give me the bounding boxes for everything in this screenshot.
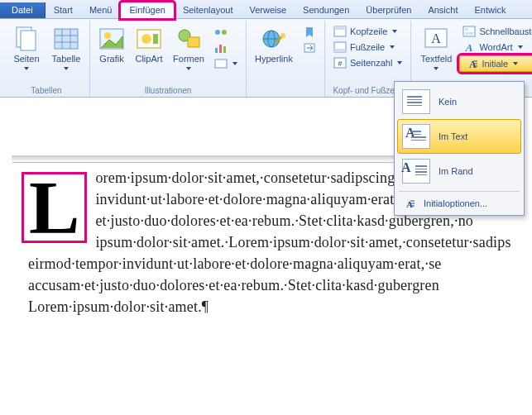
dropcap-option-inmargin[interactable]: A Im Rand <box>397 154 521 188</box>
dropcap-dropdown: Kein A Im Text A Im Rand A Initialoption… <box>394 81 525 216</box>
textfield-button[interactable]: A Textfeld <box>416 22 456 70</box>
svg-rect-17 <box>219 45 222 53</box>
dropcap-label: Initiale <box>482 59 508 69</box>
quickparts-button[interactable]: Schnellbausteine <box>459 24 532 39</box>
svg-rect-2 <box>55 29 78 49</box>
svg-point-10 <box>141 34 151 44</box>
wordart-button[interactable]: A WordArt <box>459 40 532 55</box>
dropcap-option-none[interactable]: Kein <box>397 84 521 119</box>
svg-text:A: A <box>465 41 473 53</box>
svg-rect-33 <box>463 26 475 36</box>
dropcap-options[interactable]: A Initialoptionen... <box>397 194 521 212</box>
pages-icon <box>13 26 40 52</box>
clipart-button[interactable]: ClipArt <box>132 22 166 64</box>
dropcap-options-icon: A <box>402 198 415 209</box>
tab-insert[interactable]: Einfügen <box>120 2 174 19</box>
smartart-button[interactable] <box>211 25 241 40</box>
shapes-button[interactable]: Formen <box>170 22 208 70</box>
dropcap-button-highlight: A Initiale <box>459 55 532 72</box>
wordart-label: WordArt <box>479 42 512 52</box>
chevron-down-icon <box>434 67 439 70</box>
svg-point-15 <box>222 30 227 35</box>
crossref-icon <box>303 41 316 55</box>
pages-label: Seiten <box>13 54 39 64</box>
chart-icon <box>214 41 228 55</box>
ribbon-tabstrip: Datei Start Menü Einfügen Seitenlayout V… <box>0 0 532 19</box>
chevron-down-icon <box>518 45 523 49</box>
clipart-icon <box>136 26 162 52</box>
chevron-down-icon <box>392 30 397 33</box>
svg-rect-34 <box>465 28 468 31</box>
illustration-extras <box>211 22 241 71</box>
tab-start[interactable]: Start <box>46 2 81 18</box>
tab-pagelayout[interactable]: Seitenlayout <box>175 2 242 18</box>
dropcap-intext-label: Im Text <box>439 131 467 141</box>
chevron-down-icon <box>390 45 395 49</box>
dropdown-separator <box>399 191 520 192</box>
footer-icon <box>333 41 347 54</box>
pagenum-button[interactable]: # Seitenzahl <box>330 55 405 70</box>
dropcap-none-label: Kein <box>439 97 457 107</box>
tab-developer[interactable]: Entwick <box>466 2 514 18</box>
wordart-icon: A <box>463 41 476 54</box>
svg-point-23 <box>280 33 285 38</box>
svg-point-14 <box>215 30 220 35</box>
graphic-label: Grafik <box>99 54 123 64</box>
tab-references[interactable]: Verweise <box>241 2 295 18</box>
bookmark-button[interactable] <box>300 25 319 40</box>
tab-file[interactable]: Datei <box>0 2 46 18</box>
hyperlink-icon <box>261 26 287 52</box>
hyperlink-label: Hyperlink <box>255 54 293 64</box>
chevron-down-icon <box>186 67 191 70</box>
smartart-icon <box>214 26 228 39</box>
group-tables-label: Tabellen <box>8 85 84 97</box>
pages-button[interactable]: Seiten <box>8 22 45 70</box>
picture-icon <box>98 26 125 52</box>
dropcap-button[interactable]: A Initiale <box>462 56 532 71</box>
chevron-down-icon <box>232 62 237 65</box>
chart-button[interactable] <box>211 41 241 55</box>
shapes-label: Formen <box>173 54 204 64</box>
crossref-button[interactable] <box>300 41 319 55</box>
shapes-icon <box>175 26 202 52</box>
svg-rect-19 <box>215 60 227 68</box>
svg-text:A: A <box>432 31 442 45</box>
link-extras <box>300 22 319 55</box>
footer-button[interactable]: Fußzeile <box>330 40 405 55</box>
tab-view[interactable]: Ansicht <box>419 2 466 18</box>
screenshot-button[interactable] <box>211 56 241 71</box>
tab-menu[interactable]: Menü <box>81 2 121 18</box>
chevron-down-icon <box>513 62 518 65</box>
dropcap-letter: L <box>29 174 79 241</box>
header-button[interactable]: Kopfzeile <box>330 24 405 39</box>
screenshot-icon <box>214 57 228 70</box>
svg-rect-1 <box>21 31 36 50</box>
chevron-down-icon <box>24 67 29 70</box>
svg-rect-16 <box>215 48 218 53</box>
pagenum-icon: # <box>333 56 347 69</box>
table-button[interactable]: Tabelle <box>48 22 84 70</box>
table-label: Tabelle <box>52 54 81 64</box>
tab-mailings[interactable]: Sendungen <box>295 2 357 18</box>
textfield-icon: A <box>423 26 449 52</box>
textfield-label: Textfeld <box>420 54 452 64</box>
hyperlink-button[interactable]: Hyperlink <box>252 22 296 64</box>
dropcap-option-intext[interactable]: A Im Text <box>397 119 521 154</box>
footer-label: Fußzeile <box>350 42 385 52</box>
dropcap-intext-thumb: A <box>402 124 430 149</box>
bookmark-icon <box>303 26 316 39</box>
quickparts-icon <box>463 25 476 38</box>
dropcap-highlight: L <box>22 172 87 243</box>
graphic-button[interactable]: Grafik <box>95 22 128 64</box>
group-links: Hyperlink <box>247 21 325 97</box>
dropcap-options-label: Initialoptionen... <box>424 198 487 208</box>
svg-point-8 <box>104 32 111 39</box>
tab-review[interactable]: Überprüfen <box>357 2 419 18</box>
header-label: Kopfzeile <box>350 26 387 36</box>
quickparts-label: Schnellbausteine <box>479 26 532 36</box>
dropcap-icon: A <box>465 57 478 70</box>
group-links-label <box>252 85 319 97</box>
chevron-down-icon <box>64 67 69 70</box>
group-illustrations: Grafik ClipArt Formen Illustrati <box>90 21 247 97</box>
header-icon <box>333 25 347 38</box>
